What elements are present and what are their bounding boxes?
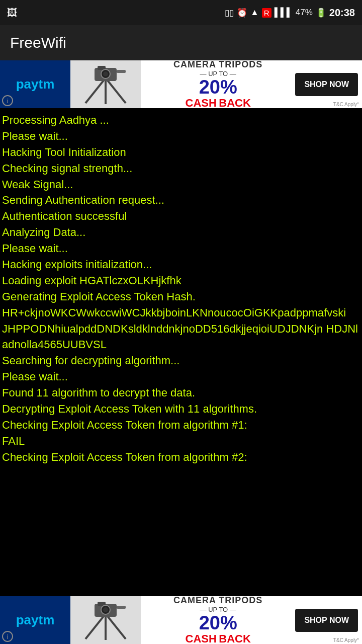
bottom-camera-tripod-svg	[75, 599, 136, 641]
gallery-icon: 🖼	[7, 7, 17, 19]
console-line: Weak Signal...	[2, 177, 360, 193]
status-left: 🖼	[7, 7, 17, 19]
bottom-ad-tc-label: T&C Apply*	[333, 637, 359, 643]
svg-line-10	[106, 614, 126, 639]
console-line: Checking Exploit Access Token from algor…	[2, 449, 360, 465]
console-line: JHPPODNhiualpddDNDKsldklnddnkjnoDD516dkj…	[2, 321, 360, 353]
console-line: Sending Authentication request...	[2, 192, 360, 208]
console-line: Please wait...	[2, 240, 360, 257]
console-line: Found 11 algorithm to decrypt the data.	[2, 385, 360, 401]
console-line: Searching for decrypting algorithm...	[2, 353, 360, 369]
app-title: FreeWifi	[10, 34, 66, 51]
bottom-ad-banner[interactable]: paytm CAMERA TRIPODS — UP TO — 20% CASH …	[0, 596, 362, 644]
ad-info-icon[interactable]: i	[2, 95, 13, 106]
alarm-icon: ⏰	[237, 8, 247, 18]
svg-point-6	[103, 71, 108, 76]
console-line: Checking Exploit Access Token from algor…	[2, 417, 360, 433]
battery-percent: 47%	[296, 8, 313, 18]
console-line: Processing Aadhya ...	[2, 112, 360, 128]
console-line: Please wait...	[2, 128, 360, 144]
console-line: Authentication successful	[2, 208, 360, 224]
status-bar: 🖼 ▯▯ ⏰ ▲ R ▌▌▌ 47% 🔋 20:38	[0, 0, 362, 25]
console-line: FAIL	[2, 433, 360, 449]
svg-rect-15	[117, 606, 126, 609]
console-line: Loading exploit HGATlczxOLKHjkfhk	[2, 273, 360, 289]
svg-line-2	[106, 78, 126, 103]
r-icon: R	[262, 8, 272, 18]
console-line: Decrypting Exploit Access Token with 11 …	[2, 401, 360, 417]
console-line: Hacking Tool Initialization	[2, 144, 360, 160]
status-right: ▯▯ ⏰ ▲ R ▌▌▌ 47% 🔋 20:38	[225, 7, 355, 19]
console-line: Analyzing Data...	[2, 224, 360, 240]
bottom-ad-info-icon[interactable]: i	[2, 631, 13, 642]
sim-icon: ▯▯	[225, 8, 234, 18]
camera-tripod-svg	[75, 63, 136, 106]
svg-point-14	[103, 607, 108, 612]
wifi-icon: ▲	[250, 8, 259, 18]
ad-tc-label: T&C Apply*	[333, 102, 359, 107]
signal-bars: ▌▌▌	[275, 8, 293, 18]
bottom-ad-product-image	[70, 596, 141, 644]
ad-shop-button[interactable]: SHOP NOW	[295, 73, 358, 96]
top-ad-banner[interactable]: paytm CAMERA TRIPODS — UP TO — 20% CASH …	[0, 60, 362, 108]
console-line: Please wait...	[2, 369, 360, 385]
ad-cashback-text: CASH BACK	[186, 97, 251, 109]
battery-icon: 🔋	[316, 8, 326, 18]
bottom-ad-cashback-text: CASH BACK	[186, 632, 251, 645]
console-output: Processing Aadhya ...Please wait...Hacki…	[0, 108, 362, 469]
svg-rect-7	[117, 70, 126, 73]
ad-text-area: CAMERA TRIPODS — UP TO — 20% CASH BACK	[141, 60, 295, 108]
console-line: HR+ckjnoWKCWwkccwiWCJkkbjboinLKNnoucocOi…	[2, 305, 360, 321]
app-bar: FreeWifi	[0, 25, 362, 60]
clock: 20:38	[329, 7, 355, 19]
svg-line-0	[85, 78, 106, 103]
console-line: Generating Exploit Access Token Hash.	[2, 289, 360, 305]
bottom-ad-shop-button[interactable]: SHOP NOW	[295, 609, 358, 632]
console-line: Checking signal strength...	[2, 160, 360, 177]
ad-product-image	[70, 60, 141, 108]
svg-line-8	[85, 614, 106, 639]
bottom-ad-text-area: CAMERA TRIPODS — UP TO — 20% CASH BACK	[141, 596, 295, 644]
console-line: Hacking exploits initialization...	[2, 257, 360, 273]
